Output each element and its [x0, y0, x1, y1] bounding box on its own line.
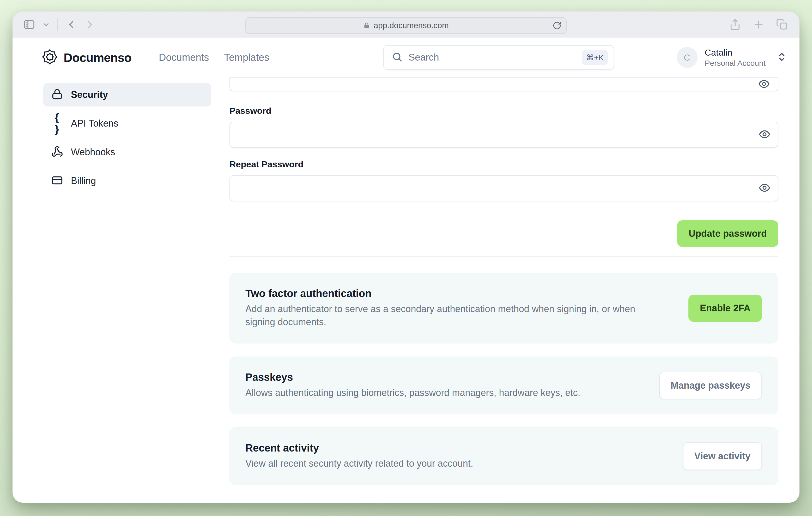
eye-icon: [758, 78, 770, 91]
repeat-password-input[interactable]: [229, 175, 778, 201]
sidebar-label-api-tokens: API Tokens: [71, 118, 118, 129]
account-menu[interactable]: C Catalin Personal Account: [677, 47, 787, 68]
reload-icon: [553, 21, 561, 30]
primary-nav: Documents Templates: [159, 52, 269, 63]
passkeys-title: Passkeys: [245, 372, 643, 383]
chevron-right-icon: [84, 19, 96, 30]
chevron-down-icon: [42, 21, 50, 28]
recent-activity-description: View all recent security activity relate…: [245, 457, 660, 470]
account-name: Catalin: [705, 48, 765, 58]
chevrons-up-down-icon: [777, 52, 787, 63]
reload-button[interactable]: [553, 21, 561, 30]
nav-templates[interactable]: Templates: [224, 52, 269, 63]
repeat-password-field-wrap: [229, 175, 778, 201]
password-input[interactable]: [229, 121, 778, 148]
address-url: app.documenso.com: [374, 21, 449, 30]
enable-2fa-button[interactable]: Enable 2FA: [688, 295, 762, 322]
address-bar[interactable]: app.documenso.com: [245, 17, 567, 34]
update-password-button[interactable]: Update password: [677, 220, 778, 247]
search-input[interactable]: Search ⌘+K: [383, 45, 614, 70]
two-factor-description: Add an authenticator to serve as a secon…: [245, 302, 660, 329]
new-tab-button[interactable]: [753, 19, 764, 30]
passkeys-description: Allows authenticating using biometrics, …: [245, 386, 643, 399]
sidebar-item-webhooks[interactable]: Webhooks: [43, 140, 211, 164]
eye-icon: [758, 182, 771, 195]
settings-sidebar: Security { } API Tokens: [43, 77, 211, 503]
desktop-background: app.documenso.com: [0, 0, 812, 516]
search-icon: [392, 51, 403, 63]
documenso-seal-icon: [42, 49, 58, 66]
repeat-password-label: Repeat Password: [229, 159, 778, 169]
toggle-visibility-button[interactable]: [758, 182, 771, 195]
passkeys-card: Passkeys Allows authenticating using bio…: [229, 356, 778, 414]
toggle-visibility-button[interactable]: [758, 129, 771, 141]
two-factor-title: Two factor authentication: [245, 288, 673, 299]
eye-icon: [758, 129, 771, 141]
webhook-icon: [51, 146, 63, 159]
logo-wordmark: Documenso: [64, 50, 132, 65]
search-placeholder: Search: [408, 52, 576, 63]
toolbar-divider: [57, 18, 58, 31]
tab-overview-button[interactable]: [776, 19, 788, 30]
sidebar-item-api-tokens[interactable]: { } API Tokens: [43, 112, 211, 135]
sidebar-label-webhooks: Webhooks: [71, 147, 115, 158]
forward-button[interactable]: [84, 19, 96, 30]
nav-documents[interactable]: Documents: [159, 52, 209, 63]
app-header: Documenso Documents Templates Search ⌘+K: [12, 37, 800, 77]
two-factor-card: Two factor authentication Add an authent…: [229, 273, 778, 344]
app-page: Documenso Documents Templates Search ⌘+K: [12, 37, 800, 503]
search-shortcut-badge: ⌘+K: [582, 50, 608, 65]
sidebar-label-billing: Billing: [71, 175, 96, 186]
browser-toolbar: app.documenso.com: [12, 11, 800, 37]
credit-card-icon: [51, 174, 63, 187]
recent-activity-card: Recent activity View all recent security…: [229, 427, 778, 485]
braces-icon: { }: [51, 112, 63, 135]
sidebar-label-security: Security: [71, 89, 108, 100]
documenso-logo[interactable]: Documenso: [42, 49, 132, 66]
plus-icon: [753, 19, 764, 30]
share-button[interactable]: [729, 19, 741, 30]
tabs-icon: [776, 19, 788, 30]
padlock-icon: [363, 22, 370, 29]
settings-layout: Security { } API Tokens: [12, 77, 800, 503]
browser-window: app.documenso.com: [12, 11, 800, 503]
current-password-field-partial[interactable]: [229, 77, 778, 91]
lock-icon: [51, 88, 63, 101]
avatar: C: [677, 47, 698, 68]
back-button[interactable]: [65, 19, 77, 30]
password-field-wrap: [229, 121, 778, 148]
sidebar-item-billing[interactable]: Billing: [43, 169, 211, 193]
panel-left-icon: [23, 18, 35, 31]
toolbar-dropdown-button[interactable]: [42, 21, 50, 28]
account-type: Personal Account: [705, 59, 765, 67]
security-settings-content: Password Repeat Password: [229, 77, 778, 503]
share-icon: [729, 19, 741, 30]
chevron-left-icon: [65, 19, 77, 30]
view-activity-button[interactable]: View activity: [683, 442, 762, 470]
section-divider: [229, 256, 778, 256]
toggle-visibility-button[interactable]: [758, 78, 770, 91]
sidebar-toggle-button[interactable]: [23, 18, 35, 31]
password-form-actions: Update password: [229, 220, 778, 247]
manage-passkeys-button[interactable]: Manage passkeys: [659, 372, 762, 399]
password-label: Password: [229, 106, 778, 116]
sidebar-item-security[interactable]: Security: [43, 83, 211, 107]
recent-activity-title: Recent activity: [245, 442, 667, 454]
